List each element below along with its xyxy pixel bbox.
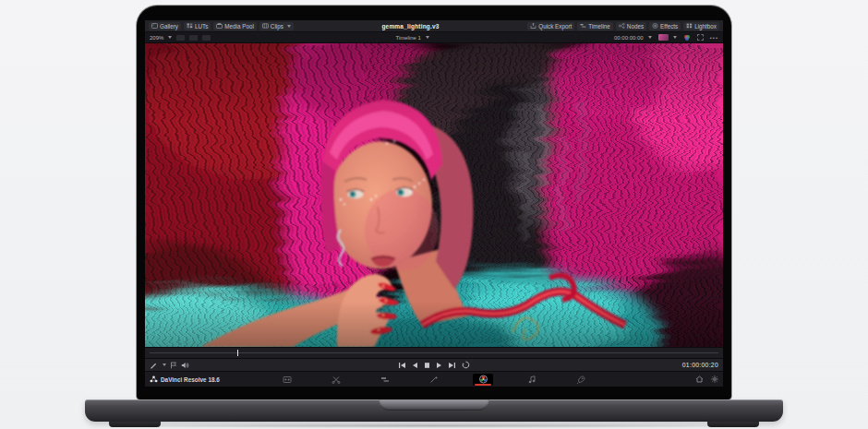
- laptop-base: [85, 399, 783, 422]
- timeline-button[interactable]: Timeline: [577, 22, 613, 30]
- gallery-button[interactable]: Gallery: [149, 22, 181, 30]
- lightbox-button[interactable]: Lightbox: [683, 22, 719, 30]
- effects-label: Effects: [660, 23, 678, 30]
- media-pool-button[interactable]: Media Pool: [213, 22, 257, 30]
- cut-page-icon: [332, 375, 341, 384]
- transport-bar: 01:00:00:20: [145, 358, 723, 371]
- flag-icon[interactable]: [170, 362, 177, 369]
- chevron-down-icon: [168, 36, 172, 39]
- nodes-icon: [619, 23, 625, 29]
- timeline-icon: [580, 23, 586, 29]
- timeline-select-label: Timeline 1: [395, 35, 420, 41]
- transport-controls: [145, 361, 723, 369]
- stop-button[interactable]: [424, 362, 430, 369]
- color-page-icon: [478, 375, 488, 384]
- chevron-down-icon: [648, 36, 652, 39]
- chevron-down-icon: [287, 25, 291, 28]
- playhead-marker[interactable]: [237, 350, 238, 356]
- gear-icon[interactable]: [711, 375, 718, 383]
- skip-start-button[interactable]: [398, 362, 406, 369]
- chevron-down-icon: [673, 36, 677, 39]
- app-version: DaVinci Resolve 18.6: [150, 375, 220, 383]
- viewer-zoom-group: 209%: [150, 35, 211, 41]
- more-options-icon[interactable]: •••: [710, 35, 718, 41]
- viewer-tools-group: [150, 362, 189, 369]
- nodes-label: Nodes: [627, 23, 644, 30]
- nodes-button[interactable]: Nodes: [616, 22, 646, 30]
- chevron-down-icon: [163, 363, 166, 366]
- clip-thumbnail-select[interactable]: [658, 34, 669, 41]
- fairlight-page-icon: [527, 375, 536, 384]
- lightbox-label: Lightbox: [694, 23, 717, 30]
- viewer-image: [145, 43, 723, 347]
- lightbox-icon: [686, 23, 693, 29]
- skip-end-button[interactable]: [448, 362, 456, 369]
- effects-icon: [652, 23, 658, 29]
- edit-page-icon: [380, 375, 390, 384]
- annotate-pen-icon[interactable]: [150, 362, 157, 369]
- color-wheels-icon[interactable]: [683, 34, 691, 42]
- toolbar-right-group: Quick Export Timeline Nodes Effects: [527, 22, 719, 30]
- chevron-down-icon: [426, 36, 429, 39]
- master-timecode: 01:00:00:20: [682, 362, 718, 368]
- quick-export-label: Quick Export: [538, 23, 572, 30]
- page-navigation-bar: DaVinci Resolve 18.6: [145, 371, 723, 387]
- davinci-logo-icon: [150, 375, 158, 383]
- viewer-right-group: 00:00:00:00 •••: [614, 34, 718, 42]
- deliver-page-icon: [576, 375, 585, 384]
- page-button-edit[interactable]: [375, 374, 395, 386]
- desk-shadow: [92, 423, 776, 428]
- viewer-options-bar: 209% Timeline 1 00:00:00:00: [145, 32, 723, 43]
- page-buttons: [145, 374, 723, 386]
- timeline-label: Timeline: [588, 23, 610, 30]
- viewer-mode-toggle-2[interactable]: [189, 35, 198, 41]
- scrubber-track: [150, 352, 718, 353]
- lid-thumb-scoop: [379, 399, 489, 411]
- media-page-icon: [283, 375, 292, 384]
- gallery-icon: [151, 23, 158, 29]
- speaker-icon[interactable]: [181, 362, 189, 369]
- luts-label: LUTs: [195, 23, 208, 30]
- zoom-level-select[interactable]: 209%: [150, 35, 163, 41]
- source-timecode: 00:00:00:00: [614, 35, 644, 41]
- viewer-scrubber[interactable]: [145, 347, 723, 358]
- top-toolbar: Gallery LUTs Media Pool Clips: [145, 20, 723, 32]
- viewer-canvas[interactable]: [145, 43, 723, 347]
- davinci-resolve-window: Gallery LUTs Media Pool Clips: [145, 20, 723, 387]
- viewer-mode-toggle-1[interactable]: [176, 35, 185, 41]
- app-version-label: DaVinci Resolve 18.6: [161, 376, 220, 383]
- clips-icon: [262, 23, 269, 29]
- page-button-cut[interactable]: [326, 374, 346, 386]
- expand-viewer-icon[interactable]: [697, 34, 704, 41]
- quick-export-icon: [530, 23, 536, 29]
- quick-export-button[interactable]: Quick Export: [527, 22, 574, 30]
- clips-button[interactable]: Clips: [259, 22, 294, 30]
- status-right-group: [695, 375, 718, 383]
- laptop-screen: Gallery LUTs Media Pool Clips: [137, 6, 731, 399]
- toolbar-left-group: Gallery LUTs Media Pool Clips: [149, 22, 294, 30]
- page-button-fairlight[interactable]: [522, 374, 542, 386]
- media-pool-icon: [216, 23, 223, 29]
- loop-button[interactable]: [462, 361, 470, 369]
- page-button-fusion[interactable]: [424, 374, 444, 386]
- luts-icon: [187, 23, 193, 29]
- project-title: gemma_lighting.v3: [381, 23, 439, 30]
- page-button-media[interactable]: [277, 374, 297, 386]
- home-icon[interactable]: [695, 375, 704, 383]
- luts-button[interactable]: LUTs: [184, 22, 211, 30]
- page-button-deliver[interactable]: [571, 374, 591, 386]
- media-pool-label: Media Pool: [224, 23, 254, 30]
- macbook-pro: Gallery LUTs Media Pool Clips: [0, 0, 868, 429]
- gallery-label: Gallery: [160, 23, 178, 30]
- effects-button[interactable]: Effects: [649, 22, 681, 30]
- viewer-mode-toggle-3[interactable]: [202, 35, 211, 41]
- play-reverse-button[interactable]: [412, 362, 418, 369]
- page-button-color[interactable]: [473, 374, 493, 386]
- fusion-page-icon: [429, 375, 439, 384]
- timeline-select-group[interactable]: Timeline 1: [395, 35, 428, 41]
- play-button[interactable]: [436, 362, 442, 369]
- clips-label: Clips: [271, 23, 283, 30]
